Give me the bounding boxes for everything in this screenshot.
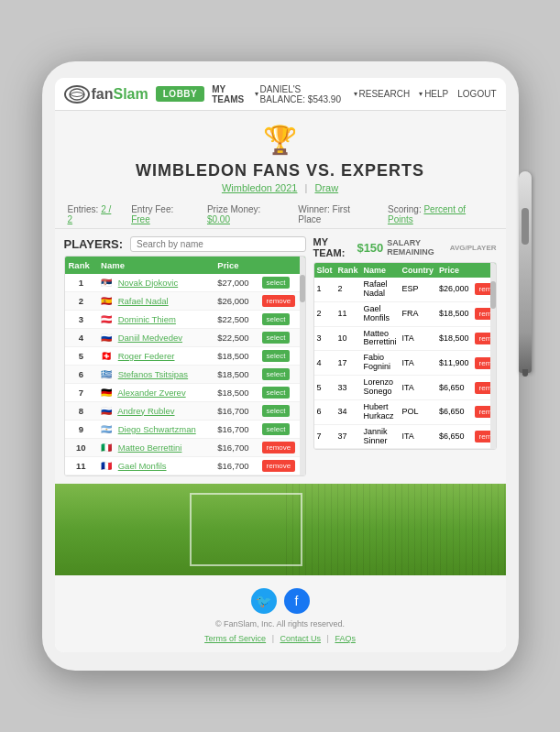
- flag-icon: 🇬🇷: [101, 370, 114, 379]
- select-button[interactable]: select: [262, 368, 291, 380]
- player-name-link[interactable]: Alexander Zverev: [117, 388, 185, 398]
- player-price: $16,700: [214, 421, 258, 439]
- player-price: $22,500: [214, 329, 258, 347]
- team-rank: 37: [335, 424, 361, 449]
- facebook-icon[interactable]: f: [284, 588, 310, 614]
- team-country: ITA: [400, 351, 437, 376]
- player-price: $18,500: [214, 366, 258, 384]
- twitter-icon[interactable]: 🐦: [251, 588, 277, 614]
- team-price: $6,650: [436, 399, 472, 424]
- player-rank: 9: [65, 421, 98, 439]
- terms-link[interactable]: Terms of Service: [204, 634, 266, 643]
- player-action: remove: [258, 292, 305, 311]
- flag-icon: 🇪🇸: [101, 297, 114, 306]
- table-row: 1 2 RafaelNadal ESP $26,000 remove: [314, 278, 497, 301]
- player-name-link[interactable]: Rafael Nadal: [118, 296, 169, 306]
- player-action: select: [258, 421, 305, 439]
- player-name-link[interactable]: Daniil Medvedev: [118, 333, 182, 343]
- select-button[interactable]: select: [262, 350, 291, 362]
- col-action: [258, 257, 305, 274]
- player-rank: 7: [65, 384, 98, 402]
- svg-point-0: [70, 89, 84, 100]
- select-button[interactable]: select: [262, 423, 291, 435]
- my-team-table: Slot Rank Name Country Price 1 2 RafaelN…: [314, 263, 497, 449]
- prize-value[interactable]: $0.00: [207, 214, 230, 224]
- select-button[interactable]: select: [262, 405, 291, 417]
- team-price: $18,500: [436, 301, 472, 326]
- table-row: 3 🇦🇹 Dominic Thiem $22,500 select: [65, 311, 305, 329]
- remove-button[interactable]: remove: [262, 460, 296, 472]
- team-rank: 33: [335, 376, 361, 400]
- table-row: 4 17 FabioFognini ITA $11,900 remove: [314, 351, 497, 376]
- remove-button[interactable]: remove: [262, 442, 296, 453]
- player-action: select: [258, 366, 305, 384]
- team-slot: 3: [314, 326, 335, 351]
- player-name-link[interactable]: Stefanos Tsitsipas: [118, 369, 188, 379]
- flag-icon: 🇷🇺: [101, 407, 114, 416]
- player-name-link[interactable]: Diego Schwartzman: [118, 424, 196, 434]
- player-name-link[interactable]: Roger Federer: [118, 351, 175, 361]
- col-slot: Slot: [314, 263, 335, 278]
- social-icons: 🐦 f: [251, 588, 310, 614]
- wimbledon-link[interactable]: Wimbledon 2021: [222, 182, 298, 193]
- help-link[interactable]: ▾ HELP: [419, 89, 448, 99]
- player-name-link[interactable]: Andrey Rublev: [117, 406, 174, 416]
- player-rank: 8: [65, 402, 98, 421]
- player-action: select: [258, 274, 305, 292]
- balance-link[interactable]: ▾ DANIEL'S BALANCE: $543.90: [255, 84, 345, 104]
- col-price: Price: [214, 257, 258, 274]
- table-row: 7 37 JannikSinner ITA $6,650 remove: [314, 424, 497, 449]
- players-header: PLAYERS:: [64, 236, 306, 252]
- player-action: select: [258, 311, 305, 329]
- team-rank: 2: [335, 278, 361, 301]
- lobby-button[interactable]: LOBBY: [156, 86, 205, 102]
- player-name-link[interactable]: Dominic Thiem: [118, 314, 176, 324]
- team-name: FabioFognini: [361, 351, 400, 376]
- my-teams-link[interactable]: MY TEAMS: [212, 84, 245, 104]
- draw-link[interactable]: Draw: [314, 182, 338, 193]
- player-rank: 4: [65, 329, 98, 347]
- select-button[interactable]: select: [262, 332, 291, 344]
- flag-icon: 🇦🇷: [101, 425, 114, 434]
- player-price: $18,500: [214, 384, 258, 402]
- player-name: 🇨🇭 Roger Federer: [97, 347, 214, 366]
- search-input[interactable]: [130, 236, 305, 252]
- player-action: select: [258, 329, 305, 347]
- team-name: JannikSinner: [361, 424, 400, 449]
- scrollbar-thumb[interactable]: [300, 275, 305, 302]
- right-scrollbar-thumb[interactable]: [490, 281, 496, 309]
- players-table-wrap: Rank Name Price 1 🇷🇸 Novak Djokovic $27,…: [64, 256, 306, 476]
- research-link[interactable]: ▾ RESEARCH: [354, 89, 411, 99]
- team-country: ITA: [400, 326, 437, 351]
- select-button[interactable]: select: [262, 277, 291, 289]
- player-name-link[interactable]: Novak Djokovic: [118, 278, 178, 288]
- col-price: Price: [436, 263, 472, 278]
- select-button[interactable]: select: [262, 387, 291, 399]
- col-name: Name: [361, 263, 400, 278]
- select-button[interactable]: select: [262, 313, 291, 325]
- team-price: $6,650: [436, 376, 472, 400]
- logo-icon: [64, 85, 90, 104]
- table-row: 10 🇮🇹 Matteo Berrettini $16,700 remove: [65, 439, 305, 457]
- player-action: remove: [258, 439, 305, 457]
- remove-button[interactable]: remove: [262, 295, 296, 307]
- team-slot: 2: [314, 301, 335, 326]
- team-rank: 11: [335, 301, 361, 326]
- scrollbar-track[interactable]: [300, 257, 305, 475]
- contact-link[interactable]: Contact Us: [280, 634, 321, 643]
- team-country: ITA: [400, 424, 437, 449]
- player-rank: 1: [65, 274, 98, 292]
- table-row: 7 🇩🇪 Alexander Zverev $18,500 select: [65, 384, 305, 402]
- table-row: 8 🇷🇺 Andrey Rublev $16,700 select: [65, 402, 305, 421]
- player-name-link[interactable]: Matteo Berrettini: [118, 442, 182, 453]
- team-country: ITA: [400, 376, 437, 400]
- court-lines: [190, 493, 302, 566]
- team-country: POL: [400, 399, 437, 424]
- faq-link[interactable]: FAQs: [335, 634, 356, 643]
- flag-icon: 🇩🇪: [101, 388, 114, 398]
- entry-fee-value[interactable]: Free: [131, 214, 150, 224]
- player-name: 🇫🇷 Gael Monfils: [97, 457, 214, 475]
- player-name-link[interactable]: Gael Monfils: [118, 461, 167, 471]
- logout-link[interactable]: LOGOUT: [457, 89, 496, 99]
- right-scrollbar-track[interactable]: [490, 263, 496, 449]
